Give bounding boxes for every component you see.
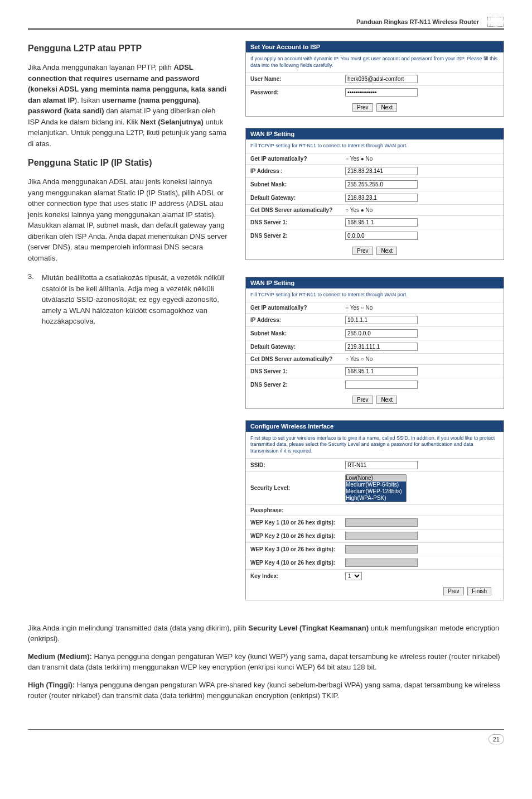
wep1-input[interactable] xyxy=(345,518,418,527)
wan2-dns2-input[interactable] xyxy=(345,381,418,389)
wifi-finish-button[interactable]: Finish xyxy=(467,587,491,595)
list-item-3: 3. Miután beállította a csatlakozás típu… xyxy=(28,272,229,327)
list-text: Miután beállította a csatlakozás típusát… xyxy=(42,272,229,327)
panel-account: Set Your Account to ISP If you apply an … xyxy=(245,41,504,117)
wan2-dnsauto-label: Get DNS Server automatically? xyxy=(250,356,345,362)
panel-wan2: WAN IP Setting Fill TCP/IP setting for R… xyxy=(245,277,504,409)
wep1-label: WEP Key 1 (10 or 26 hex digits): xyxy=(250,519,345,526)
wan1-gw-input[interactable] xyxy=(345,194,418,202)
list-num: 3. xyxy=(28,272,42,327)
wan1-mask-label: Subnet Mask: xyxy=(250,181,345,187)
security-label: Security Level: xyxy=(250,485,345,491)
keyidx-label: Key Index: xyxy=(250,573,345,579)
section2-body: Jika Anda menggunakan ADSL atau jenis ko… xyxy=(28,176,229,263)
wan1-dns1-input[interactable] xyxy=(345,218,418,227)
panel-account-desc: If you apply an account with dynamic IP.… xyxy=(246,52,504,72)
page-number: 21 xyxy=(489,734,504,744)
bottom-p3: High (Tinggi): Hanya pengguna dengan pen… xyxy=(28,680,504,701)
keyidx-select[interactable]: 1 xyxy=(345,572,362,580)
passphrase-label: Passphrase: xyxy=(250,507,345,513)
header-title: Panduan Ringkas RT-N11 Wireless Router xyxy=(356,18,479,25)
wan2-dns1-label: DNS Server 1: xyxy=(250,368,345,374)
panel-wan2-desc: Fill TCP/IP setting for RT-N11 to connec… xyxy=(246,288,504,302)
wep4-input[interactable] xyxy=(345,559,418,567)
wep4-label: WEP Key 4 (10 or 26 hex digits): xyxy=(250,560,345,566)
wan2-ip-input[interactable] xyxy=(345,316,418,324)
wan1-autoip-label: Get IP automatically? xyxy=(250,156,345,162)
wan2-mask-input[interactable] xyxy=(345,329,418,338)
bottom-p2: Medium (Medium): Hanya pengguna dengan p… xyxy=(28,651,504,673)
wan1-dns2-input[interactable] xyxy=(345,232,418,240)
wan1-dns1-label: DNS Server 1: xyxy=(250,219,345,225)
wep3-input[interactable] xyxy=(345,545,418,553)
security-select[interactable]: Low(None)Medium(WEP-64bits)Medium(WEP-12… xyxy=(345,474,407,502)
panel-wan2-header: WAN IP Setting xyxy=(246,277,504,288)
bottom-section: Jika Anda ingin melindungi transmitted d… xyxy=(28,623,504,701)
header-bar: Panduan Ringkas RT-N11 Wireless Router xyxy=(28,17,504,30)
wep3-label: WEP Key 3 (10 or 26 hex digits): xyxy=(250,546,345,552)
wep2-input[interactable] xyxy=(345,532,418,540)
panel-wan1-header: WAN IP Setting xyxy=(246,128,504,139)
panel-wifi: Configure Wireless Interface First step … xyxy=(245,420,504,600)
wan2-prev-button[interactable]: Prev xyxy=(352,396,373,404)
wan1-ip-input[interactable] xyxy=(345,167,418,175)
wan2-dnsauto-radios[interactable]: ○ Yes ○ No xyxy=(345,356,373,362)
footer: 21 xyxy=(28,729,504,744)
wan1-autoip-radios[interactable]: ○ Yes ● No xyxy=(345,156,373,162)
ssid-label: SSID: xyxy=(250,462,345,468)
account-next-button[interactable]: Next xyxy=(376,103,397,112)
password-label: Password: xyxy=(250,89,345,95)
panel-wifi-header: Configure Wireless Interface xyxy=(246,421,504,432)
wifi-prev-button[interactable]: Prev xyxy=(443,587,464,595)
wan2-gw-label: Default Gateway: xyxy=(250,344,345,350)
wan2-next-button[interactable]: Next xyxy=(376,396,397,404)
username-input[interactable] xyxy=(345,75,418,83)
wan1-dnsauto-label: Get DNS Server automatically? xyxy=(250,207,345,213)
wan1-dns2-label: DNS Server 2: xyxy=(250,233,345,239)
wan1-next-button[interactable]: Next xyxy=(376,247,397,255)
header-icon xyxy=(487,17,504,27)
wan1-gw-label: Default Gateway: xyxy=(250,195,345,201)
wan1-mask-input[interactable] xyxy=(345,180,418,189)
section1-title: Pengguna L2TP atau PPTP xyxy=(28,44,229,54)
panel-account-header: Set Your Account to ISP xyxy=(246,41,504,52)
section2-title: Pengguna Static IP (IP Statis) xyxy=(28,158,229,168)
wan2-autoip-radios[interactable]: ○ Yes ○ No xyxy=(345,305,373,311)
wan2-dns1-input[interactable] xyxy=(345,367,418,376)
wep2-label: WEP Key 2 (10 or 26 hex digits): xyxy=(250,533,345,539)
account-prev-button[interactable]: Prev xyxy=(352,103,373,112)
wan1-dnsauto-radios[interactable]: ○ Yes ● No xyxy=(345,207,373,213)
wan2-gw-input[interactable] xyxy=(345,343,418,351)
wan2-autoip-label: Get IP automatically? xyxy=(250,305,345,311)
username-label: User Name: xyxy=(250,76,345,82)
bottom-p1: Jika Anda ingin melindungi transmitted d… xyxy=(28,623,504,644)
panel-wan1: WAN IP Setting Fill TCP/IP setting for R… xyxy=(245,128,504,260)
panel-wifi-desc: First step to set your wireless interfac… xyxy=(246,432,504,458)
panel-wan1-desc: Fill TCP/IP setting for RT-N11 to connec… xyxy=(246,139,504,153)
wan1-ip-label: IP Address : xyxy=(250,168,345,174)
ssid-input[interactable] xyxy=(345,461,418,469)
wan1-prev-button[interactable]: Prev xyxy=(352,247,373,255)
wan2-mask-label: Subnet Mask: xyxy=(250,330,345,336)
wan2-ip-label: IP Address: xyxy=(250,317,345,323)
wan2-dns2-label: DNS Server 2: xyxy=(250,382,345,388)
password-input[interactable] xyxy=(345,88,418,97)
section1-body: Jika Anda menggunakan layanan PPTP, pili… xyxy=(28,62,229,149)
